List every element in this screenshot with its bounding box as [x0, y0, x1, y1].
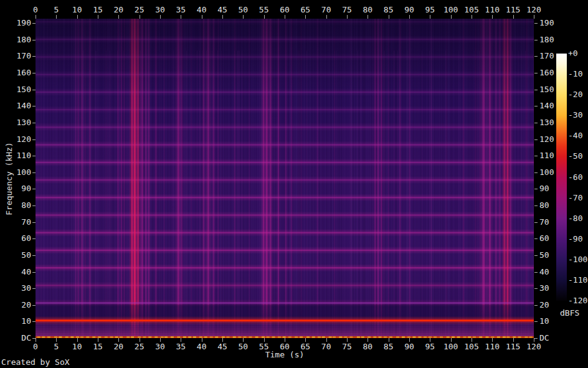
time-tick-mark [534, 15, 534, 19]
time-tick-mark [160, 15, 161, 19]
freq-tick-label: DC [5, 334, 31, 342]
freq-tick-mark [534, 40, 538, 40]
time-tick-mark [118, 15, 119, 19]
time-tick-mark [409, 15, 410, 19]
freq-tick-mark [32, 288, 36, 289]
freq-tick-label: 190 [5, 19, 31, 27]
freq-tick-mark [534, 172, 538, 173]
freq-tick-mark [534, 123, 538, 123]
colorbar-tick-label: -20 [568, 90, 588, 99]
time-tick-mark [98, 15, 98, 19]
freq-tick-mark [32, 321, 36, 322]
freq-tick-mark [534, 23, 538, 24]
time-axis-label: Time (s) [260, 350, 310, 359]
colorbar-tick-label: -60 [568, 173, 588, 182]
spectrogram-window: 0055101015152020252530303535404045455050… [0, 0, 588, 368]
freq-tick-mark [32, 56, 36, 57]
freq-tick-label: 10 [5, 317, 31, 326]
freq-tick-mark [534, 139, 538, 140]
freq-tick-mark [32, 73, 36, 73]
colorbar-tick-label: -100 [568, 255, 588, 264]
freq-tick-label: 60 [5, 234, 31, 243]
freq-tick-label: 180 [539, 35, 566, 44]
freq-tick-label: 20 [5, 301, 31, 309]
colorbar-tick-label: -30 [568, 111, 588, 120]
time-tick-mark [222, 15, 223, 19]
time-tick-mark [389, 15, 389, 19]
time-tick-mark [56, 15, 57, 19]
colorbar-tick-label: -50 [568, 152, 588, 161]
time-tick-mark [140, 15, 140, 19]
time-tick-mark [492, 15, 493, 19]
freq-tick-mark [32, 23, 36, 24]
time-tick-mark [472, 15, 472, 19]
time-tick-mark [347, 15, 348, 19]
colorbar-tick-label: -70 [568, 194, 588, 202]
freq-tick-mark [534, 288, 538, 289]
freq-tick-mark [534, 205, 538, 206]
freq-tick-mark [534, 272, 538, 273]
colorbar [556, 54, 567, 301]
freq-tick-label: 160 [5, 68, 31, 77]
freq-tick-mark [32, 156, 36, 156]
freq-tick-label: 10 [539, 317, 566, 326]
time-tick-mark [77, 15, 78, 19]
time-tick-mark [513, 15, 514, 19]
freq-tick-mark [32, 272, 36, 273]
time-tick-mark [202, 15, 202, 19]
freq-tick-mark [534, 255, 538, 256]
freq-tick-mark [534, 156, 538, 156]
time-tick-mark [368, 15, 368, 19]
freq-tick-label: 40 [5, 268, 31, 276]
freq-tick-label: 170 [5, 52, 31, 60]
freq-tick-mark [534, 321, 538, 322]
freq-tick-mark [534, 338, 538, 339]
time-tick-mark [285, 15, 285, 19]
freq-tick-mark [534, 106, 538, 106]
colorbar-tick-label: -110 [568, 276, 588, 285]
colorbar-tick-label: +0 [568, 49, 588, 58]
freq-tick-label: DC [539, 334, 566, 342]
freq-tick-label: 130 [5, 118, 31, 127]
freq-tick-mark [32, 123, 36, 123]
freq-tick-mark [534, 305, 538, 306]
freq-tick-label: 30 [5, 284, 31, 293]
freq-tick-mark [534, 189, 538, 189]
freq-tick-mark [534, 222, 538, 223]
colorbar-tick-label: -90 [568, 235, 588, 243]
time-tick-mark [264, 15, 265, 19]
time-tick-mark [243, 15, 244, 19]
credit-text: Created by SoX [1, 357, 70, 367]
freq-tick-mark [534, 73, 538, 73]
freq-tick-mark [32, 205, 36, 206]
freq-tick-label: 70 [5, 218, 31, 227]
time-tick-mark [36, 15, 36, 19]
time-tick-label: 120 [521, 6, 546, 14]
freq-tick-label: 150 [5, 85, 31, 94]
freq-tick-mark [32, 338, 36, 339]
freq-tick-mark [32, 139, 36, 140]
colorbar-tick-label: -120 [568, 296, 588, 305]
time-tick-mark [305, 15, 306, 19]
freq-axis-label: Frequency (kHz) [4, 142, 14, 215]
colorbar-tick-label: -10 [568, 70, 588, 78]
time-tick-mark [326, 15, 327, 19]
time-tick-mark [181, 15, 181, 19]
freq-tick-label: 180 [5, 35, 31, 44]
freq-tick-label: 190 [539, 19, 566, 27]
colorbar-unit-label: dBFS [560, 308, 579, 318]
freq-tick-mark [32, 172, 36, 173]
freq-tick-mark [32, 238, 36, 239]
freq-tick-label: 50 [5, 251, 31, 260]
freq-tick-mark [32, 222, 36, 223]
time-tick-mark [430, 15, 430, 19]
freq-tick-mark [534, 56, 538, 57]
freq-tick-label: 140 [5, 101, 31, 110]
time-tick-mark [451, 15, 452, 19]
freq-tick-mark [32, 40, 36, 40]
freq-tick-mark [32, 255, 36, 256]
freq-tick-mark [32, 305, 36, 306]
freq-tick-mark [534, 238, 538, 239]
spectrogram-plot [36, 19, 534, 338]
freq-tick-mark [32, 106, 36, 106]
